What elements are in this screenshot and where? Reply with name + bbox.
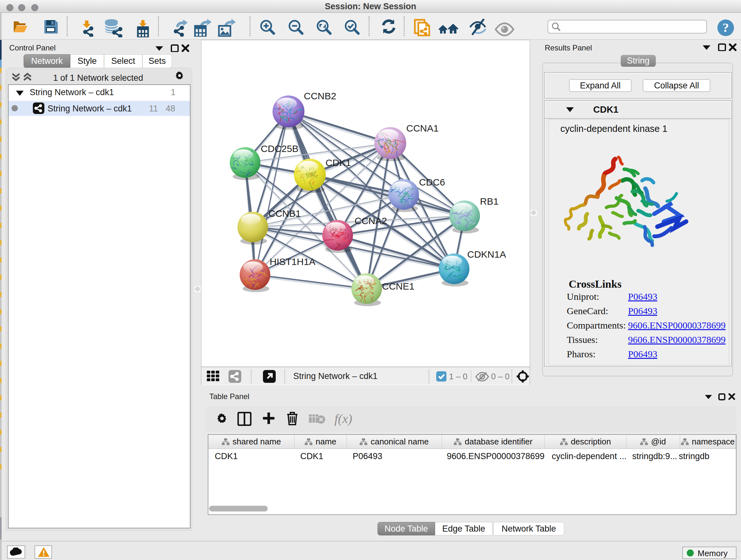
svg-text:HIST1H1A: HIST1H1A xyxy=(270,256,315,267)
svg-text:CCNB1: CCNB1 xyxy=(268,208,301,219)
svg-text:CDK1: CDK1 xyxy=(326,158,351,168)
svg-text:CDC25B: CDC25B xyxy=(261,143,298,154)
svg-text:CCNB2: CCNB2 xyxy=(304,91,336,101)
svg-text:CCNE1: CCNE1 xyxy=(382,281,414,292)
svg-text:CDKN1A: CDKN1A xyxy=(467,249,506,260)
svg-text:CCNA1: CCNA1 xyxy=(406,123,439,133)
svg-text:RB1: RB1 xyxy=(480,196,498,206)
svg-text:CCNA2: CCNA2 xyxy=(354,215,387,226)
svg-text:CDC6: CDC6 xyxy=(419,177,445,187)
